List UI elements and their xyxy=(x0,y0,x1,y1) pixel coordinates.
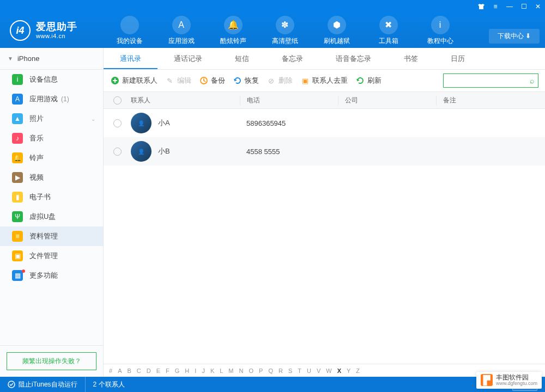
alpha-A[interactable]: A xyxy=(118,367,122,374)
header-phone[interactable]: 电话 xyxy=(240,96,338,105)
sidebar-item-4[interactable]: 🔔铃声 xyxy=(0,148,103,168)
subtab-4[interactable]: 语音备忘录 xyxy=(319,48,387,69)
sidebar-item-3[interactable]: ♪音乐 xyxy=(0,128,103,148)
new-contact-button[interactable]: 新建联系人 xyxy=(110,76,158,85)
top-nav: 我的设备A应用游戏🔔酷炫铃声✽高清壁纸⬢刷机越狱✖工具箱i教程中心 xyxy=(104,14,466,48)
sidebar-icon: ♪ xyxy=(12,133,23,144)
dedupe-button[interactable]: ▣联系人去重 xyxy=(300,76,348,85)
alpha-O[interactable]: O xyxy=(249,367,253,374)
alpha-H[interactable]: H xyxy=(185,367,189,374)
search-input[interactable] xyxy=(448,77,530,84)
backup-icon xyxy=(199,76,208,85)
fail-help-button[interactable]: 频繁出现操作失败？ xyxy=(7,352,96,370)
sidebar-icon: ≡ xyxy=(12,231,23,242)
refresh-button[interactable]: 刷新 xyxy=(355,76,382,85)
sidebar-item-10[interactable]: ▦更多功能 xyxy=(0,266,103,285)
sidebar-label: 铃声 xyxy=(29,153,44,163)
edit-icon: ✎ xyxy=(165,76,174,85)
subtab-6[interactable]: 日历 xyxy=(434,48,481,69)
header-name[interactable]: 联系人 xyxy=(131,96,240,105)
sidebar-icon: ▲ xyxy=(12,113,23,124)
sidebar-item-6[interactable]: ▮电子书 xyxy=(0,187,103,207)
sidebar-item-5[interactable]: ▶视频 xyxy=(0,168,103,187)
sidebar-label: 设备信息 xyxy=(29,75,58,84)
top-nav-6[interactable]: i教程中心 xyxy=(414,14,466,48)
search-box[interactable]: ⌕ xyxy=(443,74,538,88)
select-all-checkbox[interactable] xyxy=(113,96,122,105)
alpha-T[interactable]: T xyxy=(298,367,301,374)
alpha-R[interactable]: R xyxy=(278,367,283,374)
alpha-#[interactable]: # xyxy=(109,367,112,374)
alpha-P[interactable]: P xyxy=(259,367,263,374)
alpha-F[interactable]: F xyxy=(166,367,169,374)
sidebar-item-8[interactable]: ≡资料管理 xyxy=(0,226,103,246)
header-company[interactable]: 公司 xyxy=(338,96,436,105)
subtab-5[interactable]: 书签 xyxy=(387,48,434,69)
refresh-icon xyxy=(355,76,365,85)
alpha-I[interactable]: I xyxy=(195,367,196,374)
restore-button[interactable]: 恢复 xyxy=(233,76,259,85)
nav-label: 高清壁纸 xyxy=(272,36,298,46)
row-checkbox[interactable] xyxy=(113,119,122,127)
alpha-U[interactable]: U xyxy=(307,367,311,374)
sidebar-icon: ▣ xyxy=(12,250,23,261)
sidebar-item-1[interactable]: A应用游戏(1) xyxy=(0,89,103,109)
alpha-W[interactable]: W xyxy=(326,367,331,374)
sidebar-icon: ▶ xyxy=(12,172,23,183)
download-center-button[interactable]: 下载中心 ⬇ xyxy=(489,29,540,44)
alpha-Z[interactable]: Z xyxy=(356,367,360,374)
alpha-S[interactable]: S xyxy=(288,367,292,374)
subtab-1[interactable]: 通话记录 xyxy=(158,48,219,69)
plus-icon xyxy=(110,76,119,85)
alpha-E[interactable]: E xyxy=(156,367,160,374)
alpha-J[interactable]: J xyxy=(202,367,205,374)
sidebar-item-9[interactable]: ▣文件管理 xyxy=(0,246,103,266)
top-nav-1[interactable]: A应用游戏 xyxy=(155,14,207,48)
table-row[interactable]: 👤小A5896365945 xyxy=(104,109,545,137)
header-note[interactable]: 备注 xyxy=(436,96,545,105)
alpha-Y[interactable]: Y xyxy=(347,367,350,374)
sidebar-item-7[interactable]: Ψ虚拟U盘 xyxy=(0,207,103,226)
logo: i4 爱思助手 www.i4.cn xyxy=(0,20,104,41)
subtab-0[interactable]: 通讯录 xyxy=(104,48,158,69)
minimize-icon[interactable]: — xyxy=(506,3,513,10)
alpha-L[interactable]: L xyxy=(220,367,223,374)
alpha-N[interactable]: N xyxy=(239,367,244,374)
edit-button[interactable]: ✎编辑 xyxy=(165,76,191,85)
alpha-X[interactable]: X xyxy=(337,367,341,374)
nav-label: 我的设备 xyxy=(117,36,143,46)
check-circle-icon xyxy=(8,381,15,388)
nav-icon: ⬢ xyxy=(328,16,346,34)
sidebar-item-2[interactable]: ▲照片⌄ xyxy=(0,109,103,128)
top-nav-4[interactable]: ⬢刷机越狱 xyxy=(311,14,362,48)
delete-button[interactable]: ⊘删除 xyxy=(267,76,293,85)
top-nav-5[interactable]: ✖工具箱 xyxy=(362,14,414,48)
alpha-G[interactable]: G xyxy=(175,367,180,374)
top-nav-3[interactable]: ✽高清壁纸 xyxy=(259,14,311,48)
subtab-3[interactable]: 备忘录 xyxy=(265,48,319,69)
alpha-V[interactable]: V xyxy=(317,367,320,374)
alpha-K[interactable]: K xyxy=(210,367,214,374)
top-nav-0[interactable]: 我的设备 xyxy=(104,14,155,48)
table-row[interactable]: 👤小B4558 5555 xyxy=(104,137,545,166)
sidebar-device[interactable]: ▼ iPhone xyxy=(0,48,103,70)
menu-icon[interactable]: ≡ xyxy=(492,3,499,10)
row-checkbox[interactable] xyxy=(113,148,122,156)
top-nav-2[interactable]: 🔔酷炫铃声 xyxy=(207,14,259,48)
alpha-M[interactable]: M xyxy=(228,367,233,374)
subtab-2[interactable]: 短信 xyxy=(219,48,265,69)
alpha-C[interactable]: C xyxy=(137,367,141,374)
alpha-B[interactable]: B xyxy=(127,367,131,374)
search-icon[interactable]: ⌕ xyxy=(530,76,534,85)
sidebar-label: 照片 xyxy=(29,114,44,124)
table-body: 👤小A5896365945👤小B4558 5555 xyxy=(104,109,545,364)
sidebar-item-0[interactable]: i设备信息 xyxy=(0,70,103,89)
alpha-D[interactable]: D xyxy=(147,367,151,374)
close-icon[interactable]: ✕ xyxy=(534,3,542,10)
backup-button[interactable]: 备份 xyxy=(199,76,225,85)
maximize-icon[interactable]: ☐ xyxy=(520,3,528,10)
tshirt-icon[interactable] xyxy=(477,3,485,10)
nav-label: 应用游戏 xyxy=(168,36,195,46)
block-itunes-toggle[interactable]: 阻止iTunes自动运行 xyxy=(0,377,85,392)
alpha-Q[interactable]: Q xyxy=(268,367,273,374)
